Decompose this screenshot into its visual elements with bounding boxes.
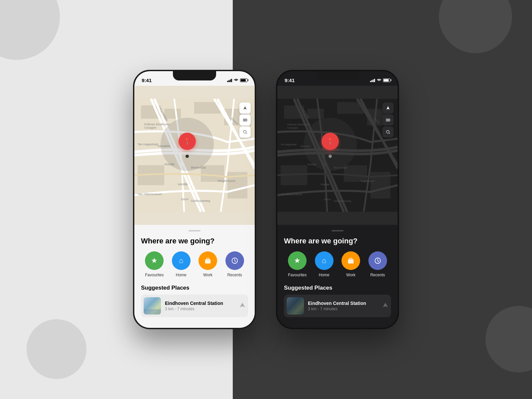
- home-icon-dark: ⌂: [322, 256, 326, 265]
- svg-text:Tongelresestr.: Tongelresestr.: [217, 179, 236, 183]
- battery-icon-dark: [383, 78, 390, 82]
- svg-point-49: [386, 130, 389, 133]
- signal-bar-d3: [373, 79, 374, 82]
- signal-icon-dark: [370, 78, 375, 82]
- bottom-panel-dark: Where are we going? ★ Favourites ⌂ Home: [277, 225, 398, 328]
- place-info-light: Eindhoven Central Station 3 km - 7 minut…: [165, 301, 235, 311]
- map-bg-light: Pullman Eindhoven Cocagne Ten Hagestraat…: [134, 86, 255, 225]
- svg-marker-53: [383, 303, 388, 307]
- location-pin-dark[interactable]: 📍: [322, 133, 339, 150]
- svg-text:Van Abbemuseum: Van Abbemuseum: [138, 193, 162, 196]
- home-icon-light: ⌂: [179, 256, 183, 265]
- pin-circle-light: 📍: [179, 133, 196, 150]
- favourites-icon-light: ★: [151, 256, 158, 265]
- signal-bar-3: [230, 79, 231, 82]
- map-area-light[interactable]: Pullman Eindhoven Cocagne Ten Hagestraat…: [134, 86, 255, 225]
- place-item-station-dark[interactable]: Eindhoven Central Station 3 km - 7 minut…: [284, 295, 391, 317]
- status-icons-dark: [370, 77, 390, 83]
- briefcase-icon-dark: [347, 257, 354, 264]
- home-label-light: Home: [176, 273, 187, 277]
- map-bg-dark: Pullman Eindhoven Cocagne Ten Hagestraat…: [277, 86, 398, 225]
- 3d-label-dark: 3D: [386, 118, 390, 122]
- place-info-dark: Eindhoven Central Station 3 km - 7 minut…: [308, 301, 378, 311]
- svg-rect-50: [348, 259, 354, 263]
- pin-icon-dark: 📍: [327, 138, 334, 145]
- svg-text:Vestdijk: Vestdijk: [321, 183, 330, 186]
- home-label-dark: Home: [319, 273, 330, 277]
- svg-rect-33: [344, 165, 367, 182]
- navigation-button-light[interactable]: [239, 102, 251, 114]
- place-meta-dark: 3 km - 7 minutes: [308, 307, 378, 311]
- place-item-station-light[interactable]: Eindhoven Central Station 3 km - 7 minut…: [141, 295, 248, 317]
- svg-text:Cocagne: Cocagne: [287, 126, 298, 129]
- svg-text:Zarzo: Zarzo: [181, 198, 189, 201]
- notch-dark: [316, 71, 359, 80]
- signal-bar-1: [227, 81, 228, 82]
- panel-title-light: Where are we going?: [141, 237, 248, 245]
- pin-dot-dark: [329, 155, 332, 158]
- status-icons-light: [227, 78, 247, 83]
- location-pin-light[interactable]: 📍: [179, 133, 196, 150]
- panel-title-dark: Where are we going?: [284, 237, 391, 245]
- 3d-label-light: 3D: [243, 118, 247, 122]
- svg-text:Pullman Eindhoven: Pullman Eindhoven: [144, 123, 170, 126]
- svg-text:Geldropseweg: Geldropseweg: [191, 199, 210, 202]
- suggested-title-dark: Suggested Places: [284, 285, 391, 291]
- battery-icon-light: [240, 78, 247, 82]
- search-button-light[interactable]: [239, 126, 251, 138]
- place-name-dark: Eindhoven Central Station: [308, 301, 378, 306]
- map-controls-light: 3D: [239, 102, 251, 138]
- clock-icon-light: [231, 257, 238, 264]
- quick-actions-dark: ★ Favourites ⌂ Home Work: [284, 251, 391, 277]
- signal-bar-d4: [374, 79, 375, 82]
- phones-container: 9:41: [0, 0, 532, 399]
- svg-text:Vestdijk: Vestdijk: [178, 183, 188, 186]
- home-circle-light: ⌂: [172, 251, 191, 270]
- favourites-icon-dark: ★: [294, 256, 301, 265]
- panel-handle-dark: [332, 230, 343, 231]
- place-thumbnail-dark: [287, 297, 304, 315]
- navigation-button-dark[interactable]: [382, 102, 394, 114]
- battery-fill-light: [241, 79, 246, 81]
- wifi-icon-light: [234, 78, 238, 83]
- svg-text:Ten Hagestraat: Ten Hagestraat: [281, 143, 297, 146]
- action-home-dark[interactable]: ⌂ Home: [315, 251, 333, 277]
- work-circle-light: [199, 251, 217, 270]
- pin-icon-light: 📍: [184, 138, 191, 145]
- svg-point-22: [243, 130, 246, 133]
- action-favourites-light[interactable]: ★ Favourites: [145, 251, 164, 277]
- search-button-dark[interactable]: [382, 126, 394, 138]
- work-label-light: Work: [203, 273, 212, 277]
- svg-rect-23: [205, 259, 211, 263]
- svg-text:Tongelresestr.: Tongelresestr.: [360, 180, 375, 183]
- suggested-title-light: Suggested Places: [141, 285, 248, 291]
- place-nav-icon-light: [239, 302, 245, 310]
- recents-label-light: Recents: [227, 273, 242, 277]
- svg-marker-26: [240, 303, 245, 307]
- map-area-dark[interactable]: Pullman Eindhoven Cocagne Ten Hagestraat…: [277, 86, 398, 225]
- pin-circle-dark: 📍: [322, 133, 339, 150]
- place-name-light: Eindhoven Central Station: [165, 301, 235, 306]
- map-controls-dark: 3D: [382, 102, 394, 138]
- screen-light: 9:41: [134, 71, 255, 328]
- 3d-button-light[interactable]: 3D: [239, 114, 251, 126]
- place-meta-light: 3 km - 7 minutes: [165, 307, 235, 311]
- quick-actions-light: ★ Favourites ⌂ Home Work: [141, 251, 248, 277]
- svg-text:Geldropseweg: Geldropseweg: [334, 200, 351, 202]
- work-label-dark: Work: [346, 273, 355, 277]
- 3d-button-dark[interactable]: 3D: [382, 114, 394, 126]
- signal-bar-2: [228, 80, 229, 82]
- action-recents-light[interactable]: Recents: [225, 251, 244, 277]
- action-work-dark[interactable]: Work: [341, 251, 360, 277]
- place-thumbnail-light: [144, 297, 161, 315]
- action-favourites-dark[interactable]: ★ Favourites: [288, 251, 307, 277]
- svg-text:Pullman Eindhoven: Pullman Eindhoven: [287, 123, 310, 126]
- phone-dark: 9:41: [276, 70, 399, 329]
- action-home-light[interactable]: ⌂ Home: [172, 251, 191, 277]
- status-time-dark: 9:41: [285, 77, 295, 83]
- action-recents-dark[interactable]: Recents: [368, 251, 387, 277]
- recents-circle-dark: [368, 251, 387, 270]
- favourites-label-dark: Favourites: [288, 273, 307, 277]
- action-work-light[interactable]: Work: [199, 251, 217, 277]
- bottom-panel-light: Where are we going? ★ Favourites ⌂ Home: [134, 225, 255, 328]
